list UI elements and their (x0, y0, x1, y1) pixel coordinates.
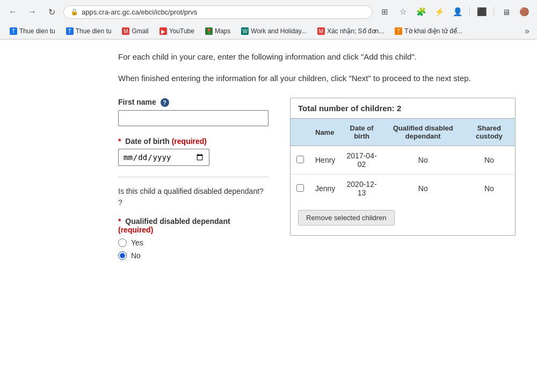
intro-paragraph2: When finished entering the information f… (118, 72, 516, 85)
lightning-icon[interactable]: ⚡ (432, 4, 447, 19)
row-checkbox-cell (291, 175, 310, 203)
row-checkbox-cell (291, 146, 310, 175)
bookmark-thue1[interactable]: T Thue dien tu (5, 26, 60, 37)
radio-no-input[interactable] (118, 251, 127, 260)
row-qualified: No (383, 146, 463, 175)
bookmark-label-maps: Maps (215, 27, 230, 35)
reload-button[interactable]: ↻ (44, 4, 59, 19)
row-qualified: No (383, 175, 463, 203)
bookmark-star-icon[interactable]: ☆ (395, 4, 410, 19)
profile-icon[interactable]: 👤 (450, 4, 465, 19)
bookmark-gmail[interactable]: M Gmail (118, 26, 153, 37)
qualified-radio-group: Yes No (118, 238, 268, 260)
row-checkbox-0[interactable] (296, 156, 304, 163)
save-page-icon[interactable]: ⬛ (474, 4, 489, 19)
bookmark-xacnhan[interactable]: M Xác nhận; Số đơn... (313, 26, 388, 37)
bookmark-label-work: Work and Holiday... (251, 27, 307, 35)
qualified-group: * Qualified disabled dependant (required… (118, 217, 268, 260)
extensions-icon[interactable]: 🧩 (413, 4, 429, 19)
qualified-label: * Qualified disabled dependant (required… (118, 217, 268, 234)
bookmark-work[interactable]: W Work and Holiday... (237, 26, 311, 37)
browser-toolbar: ← → ↻ 🔒 apps.cra-arc.gc.ca/ebci/icbc/pro… (0, 0, 537, 24)
dob-required-text: (required) (172, 137, 207, 146)
bookmark-label-youtube: YouTube (169, 27, 194, 35)
table-row: Jenny 2020-12-13 No No (291, 175, 515, 203)
form-divider (118, 177, 268, 177)
bookmark-favicon-work: W (241, 27, 249, 35)
col-name: Name (310, 119, 340, 146)
bookmark-label-tokhai: Tờ khai điện tử để... (404, 27, 462, 35)
row-name: Henry (310, 146, 340, 175)
intro-text: For each child in your care, enter the f… (118, 50, 516, 85)
first-name-label: First name ? (118, 98, 268, 107)
row-shared: No (463, 175, 515, 203)
children-table-container: Total number of children: 2 Name Date of… (290, 98, 516, 236)
more-bookmarks-button[interactable]: » (523, 26, 532, 36)
bookmark-label-thue2: Thue dien tu (76, 27, 112, 35)
row-dob: 2017-04-02 (340, 146, 382, 175)
bookmark-label-thue1: Thue dien tu (19, 27, 55, 35)
radio-no-item: No (118, 251, 268, 260)
bookmarks-bar: T Thue dien tu T Thue dien tu M Gmail ▶ … (0, 24, 537, 39)
children-table: Name Date of birth Qualified disabled de… (291, 119, 515, 202)
bookmark-label-xacnhan: Xác nhận; Số đơn... (327, 27, 384, 35)
bookmark-favicon-youtube: ▶ (159, 27, 167, 35)
qualified-required-star: * (118, 217, 121, 226)
radio-yes-input[interactable] (118, 238, 127, 247)
bookmark-thue2[interactable]: T Thue dien tu (62, 26, 116, 37)
browser-chrome: ← → ↻ 🔒 apps.cra-arc.gc.ca/ebci/icbc/pro… (0, 0, 537, 40)
back-button[interactable]: ← (5, 4, 20, 19)
bookmark-label-gmail: Gmail (132, 27, 148, 35)
qualified-help-icon[interactable]: ? (118, 198, 122, 207)
radio-yes-label[interactable]: Yes (131, 238, 143, 247)
table-header-row: Name Date of birth Qualified disabled de… (291, 119, 515, 146)
toolbar-divider (469, 6, 470, 17)
remove-selected-button[interactable]: Remove selected children (298, 210, 395, 226)
dob-label: * Date of birth (required) (118, 137, 268, 146)
table-title: Total number of children: 2 (291, 98, 515, 119)
avatar-icon[interactable]: 🟤 (517, 4, 532, 19)
page-content: For each child in your care, enter the f… (0, 40, 537, 292)
table-row: Henry 2017-04-02 No No (291, 146, 515, 175)
col-dob: Date of birth (340, 119, 382, 146)
address-text: apps.cra-arc.gc.ca/ebci/icbc/prot/prvs (82, 8, 366, 16)
toolbar-icons: ⊞ ☆ 🧩 ⚡ 👤 ⬛ 🖥 🟤 (377, 4, 532, 19)
address-bar[interactable]: 🔒 apps.cra-arc.gc.ca/ebci/icbc/prot/prvs (63, 5, 373, 19)
first-name-input[interactable] (118, 110, 268, 126)
bookmark-favicon-thue2: T (66, 27, 74, 35)
row-dob: 2020-12-13 (340, 175, 382, 203)
bookmark-favicon-gmail: M (122, 27, 129, 35)
cast-icon[interactable]: 🖥 (498, 4, 513, 19)
remove-button-container: Remove selected children (291, 202, 515, 235)
first-name-help-icon[interactable]: ? (161, 98, 169, 107)
col-shared: Shared custody (463, 119, 515, 146)
col-checkbox (291, 119, 310, 146)
table-section: Total number of children: 2 Name Date of… (290, 98, 516, 236)
bookmark-favicon-thue1: T (10, 27, 17, 35)
bookmark-youtube[interactable]: ▶ YouTube (155, 26, 199, 37)
dob-group: * Date of birth (required) (118, 137, 268, 166)
bookmark-maps[interactable]: 📍 Maps (201, 26, 235, 37)
radio-no-label[interactable]: No (131, 251, 141, 260)
dob-input[interactable] (118, 149, 209, 166)
form-and-table: First name ? * Date of birth (required) … (118, 98, 516, 271)
bookmark-tokhai[interactable]: T Tờ khai điện tử để... (390, 26, 467, 37)
dob-required-star: * (118, 137, 121, 146)
row-shared: No (463, 146, 515, 175)
toolbar-divider2 (494, 6, 494, 17)
forward-button[interactable]: → (25, 4, 40, 19)
radio-yes-item: Yes (118, 238, 268, 247)
col-qualified: Qualified disabled dependant (383, 119, 463, 146)
row-name: Jenny (310, 175, 340, 203)
intro-paragraph1: For each child in your care, enter the f… (118, 50, 516, 63)
bookmark-favicon-xacnhan: M (317, 27, 325, 35)
first-name-group: First name ? (118, 98, 268, 126)
helper-text: Is this child a qualified disabled depen… (118, 186, 268, 208)
bookmark-favicon-tokhai: T (395, 27, 402, 35)
row-checkbox-1[interactable] (296, 184, 304, 192)
qualified-required-text: (required) (118, 226, 153, 234)
bookmark-favicon-maps: 📍 (205, 27, 213, 35)
lock-icon: 🔒 (70, 8, 78, 16)
translate-icon[interactable]: ⊞ (377, 4, 392, 19)
form-section: First name ? * Date of birth (required) … (118, 98, 268, 271)
